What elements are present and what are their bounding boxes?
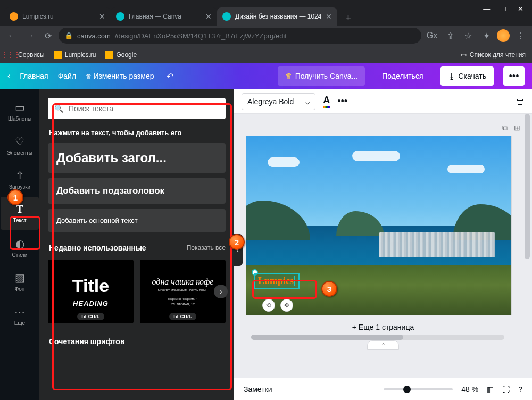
search-input[interactable]: 🔍 Поиск текста	[48, 98, 226, 119]
vertical-scrollbar[interactable]	[523, 114, 531, 378]
annotation-marker-2: 2	[229, 234, 245, 250]
search-placeholder: Поиск текста	[69, 104, 113, 113]
styles-icon: ◐	[15, 237, 24, 250]
move-icon[interactable]: ✥	[280, 299, 293, 312]
sidebar-more[interactable]: ⋯Еще	[1, 299, 39, 332]
annotation-marker-3: 3	[321, 281, 337, 297]
resize-menu[interactable]: ♛ Изменить размер	[86, 72, 154, 80]
bottom-bar: Заметки 48 % ▥ ⛶ ?	[234, 378, 532, 400]
url-input[interactable]: 🔒 canva.com /design/DAEnXoP5oSM/14Q1T37r…	[59, 28, 421, 44]
free-badge: БЕСПЛ.	[169, 313, 196, 320]
star-icon[interactable]: ☆	[461, 28, 476, 43]
get-pro-button[interactable]: ♛Получить Canva...	[278, 66, 365, 86]
menu-icon[interactable]: ⋮	[513, 28, 528, 43]
undo-button[interactable]: ↶	[167, 71, 173, 81]
text-panel: 🔍 Поиск текста Нажмите на текст, чтобы д…	[39, 89, 234, 400]
recent-heading: Недавно использованные	[49, 244, 146, 252]
grid-view-icon[interactable]: ▥	[487, 385, 494, 394]
toolbar-more-button[interactable]: •••	[337, 96, 347, 107]
delete-button[interactable]: 🗑	[516, 97, 525, 106]
pages-tray-toggle[interactable]: ⌃	[367, 340, 399, 350]
bookmark-lumpics[interactable]: Lumpics.ru	[54, 51, 96, 59]
notes-button[interactable]: Заметки	[244, 385, 272, 394]
home-link[interactable]: Главная	[20, 72, 48, 80]
panel-hint: Нажмите на текст, чтобы добавить его	[49, 129, 226, 137]
tab-canva-design[interactable]: Дизайн без названия — 1024 ✕	[217, 7, 337, 26]
url-domain: canva.com	[77, 32, 111, 40]
tab-canva-home[interactable]: Главная — Canva ✕	[111, 7, 217, 26]
next-templates-button[interactable]: ›	[214, 285, 228, 298]
add-page-button[interactable]: + Еще 1 страница	[246, 323, 520, 331]
favicon	[10, 12, 18, 21]
templates-icon: ▭	[15, 101, 25, 114]
text-template-2[interactable]: одна чашка кофе МОЖЕТ ИЗМЕНИТЬ ВЕСЬ ДЕНЬ…	[140, 260, 226, 323]
profile-avatar[interactable]	[497, 29, 510, 42]
text-color-button[interactable]: A	[323, 95, 330, 108]
window-maximize[interactable]: □	[502, 5, 506, 13]
left-sidebar: ▭Шаблоны ♡Элементы ⇧Загрузки TТекст ◐Сти…	[0, 89, 39, 400]
add-body-button[interactable]: Добавить основной текст	[48, 209, 226, 232]
bookmarks-bar: ⋮⋮⋮Сервисы Lumpics.ru Google ▭Список для…	[0, 46, 532, 63]
horizontal-scrollbar[interactable]	[251, 335, 504, 340]
sync-icon[interactable]: ⟲	[262, 299, 275, 312]
more-icon: ⋯	[14, 305, 25, 318]
font-combos-heading: Сочетания шрифтов	[49, 337, 125, 346]
close-icon[interactable]: ✕	[205, 12, 212, 21]
duplicate-page-icon[interactable]: ⧉	[502, 123, 508, 132]
font-select[interactable]: Alegreya Bold⌵	[242, 93, 315, 110]
add-subheading-button[interactable]: Добавить подзаголовок	[48, 178, 226, 204]
zoom-value: 48 %	[461, 385, 478, 394]
add-page-icon[interactable]: ⊞	[514, 123, 520, 132]
sidebar-templates[interactable]: ▭Шаблоны	[1, 95, 39, 128]
tab-lumpics[interactable]: Lumpics.ru ✕	[4, 7, 111, 26]
text-element-selected[interactable]: Lumpics	[254, 273, 300, 289]
close-icon[interactable]: ✕	[99, 12, 105, 21]
download-button[interactable]: ⭳Скачать	[440, 66, 494, 86]
favicon	[116, 12, 124, 21]
reading-list[interactable]: ▭Список для чтения	[461, 51, 526, 59]
back-button[interactable]: ←	[4, 28, 19, 43]
favicon	[222, 12, 231, 21]
editor-toolbar: Alegreya Bold⌵ A ••• 🗑	[234, 89, 532, 114]
search-icon: 🔍	[54, 104, 63, 113]
sidebar-elements[interactable]: ♡Элементы	[1, 129, 39, 162]
new-tab-button[interactable]: +	[340, 11, 355, 26]
help-icon[interactable]: ?	[518, 385, 522, 394]
more-button[interactable]: •••	[503, 66, 525, 86]
canvas-area: Alegreya Bold⌵ A ••• 🗑 ⧉ ⊞	[234, 89, 532, 400]
tab-title: Дизайн без названия — 1024	[235, 13, 321, 20]
lock-icon: 🔒	[65, 32, 73, 39]
background-icon: ▨	[15, 271, 25, 284]
extensions-icon[interactable]: ✦	[479, 28, 494, 43]
browser-tabs: Lumpics.ru ✕ Главная — Canva ✕ Дизайн бе…	[0, 5, 532, 26]
forward-button[interactable]: →	[22, 28, 37, 43]
close-icon[interactable]: ✕	[326, 12, 332, 21]
file-menu[interactable]: Файл	[58, 72, 76, 80]
tab-title: Lumpics.ru	[22, 13, 95, 20]
design-page[interactable]: Lumpics ⟲ ✥	[246, 136, 512, 315]
sidebar-styles[interactable]: ◐Стили	[1, 231, 39, 264]
reload-button[interactable]: ⟳	[40, 28, 55, 43]
uploads-icon: ⇧	[15, 169, 24, 182]
add-heading-button[interactable]: Добавить загол...	[48, 143, 226, 173]
window-close[interactable]: ✕	[518, 5, 523, 13]
window-minimize[interactable]: —	[483, 5, 490, 13]
address-bar: ← → ⟳ 🔒 canva.com /design/DAEnXoP5oSM/14…	[0, 26, 532, 46]
apps-shortcut[interactable]: ⋮⋮⋮Сервисы	[6, 51, 45, 59]
tab-title: Главная — Canva	[129, 13, 201, 20]
home-back-icon[interactable]: ‹	[7, 71, 10, 81]
zoom-slider[interactable]	[384, 388, 453, 390]
share-button[interactable]: Поделиться	[375, 66, 430, 86]
share-icon[interactable]: ⇪	[443, 28, 458, 43]
bookmark-google[interactable]: Google	[105, 51, 137, 59]
elements-icon: ♡	[15, 135, 24, 148]
show-all-link[interactable]: Показать все	[187, 244, 226, 252]
fullscreen-icon[interactable]: ⛶	[502, 385, 510, 394]
gx-icon[interactable]: Gx	[425, 28, 439, 43]
chevron-down-icon: ⌵	[305, 97, 310, 106]
url-path: /design/DAEnXoP5oSM/14Q1T37r_B7rLzjWzYZp…	[115, 32, 287, 40]
sidebar-background[interactable]: ▨Фон	[1, 265, 39, 298]
text-template-1[interactable]: Title HEADING БЕСПЛ.	[48, 260, 134, 323]
annotation-marker-1: 1	[7, 189, 23, 205]
canva-header: ‹ Главная Файл ♛ Изменить размер ↶ ♛Полу…	[0, 63, 532, 89]
